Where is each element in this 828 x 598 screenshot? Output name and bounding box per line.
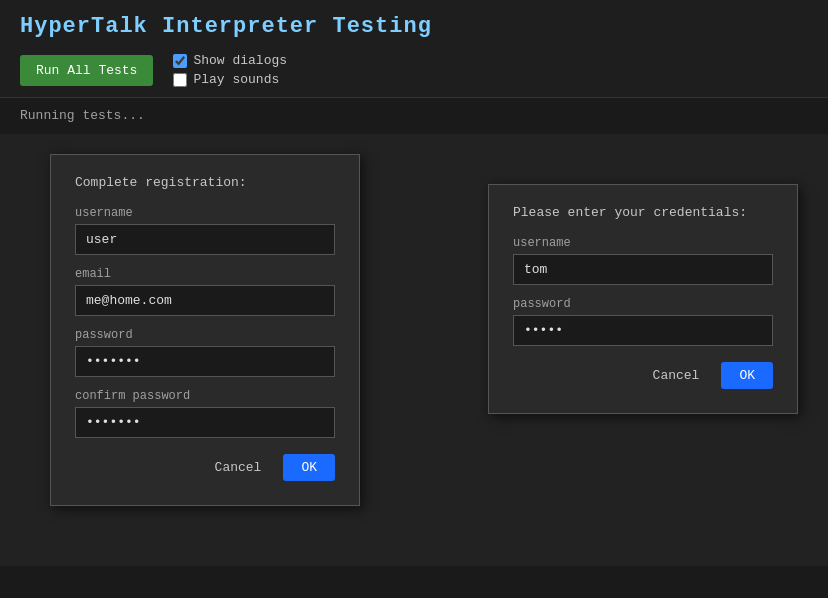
top-bar: HyperTalk Interpreter Testing Run All Te…	[0, 0, 828, 98]
email-input[interactable]	[75, 285, 335, 316]
credentials-dialog-buttons: Cancel OK	[513, 362, 773, 389]
show-dialogs-label[interactable]: Show dialogs	[173, 53, 287, 68]
cred-username-field-group: username	[513, 236, 773, 285]
status-bar: Running tests...	[0, 98, 828, 134]
registration-dialog-buttons: Cancel OK	[75, 454, 335, 481]
registration-cancel-button[interactable]: Cancel	[203, 454, 274, 481]
app-title: HyperTalk Interpreter Testing	[20, 14, 808, 39]
confirm-password-field-group: confirm password	[75, 389, 335, 438]
email-field-group: email	[75, 267, 335, 316]
password-label: password	[75, 328, 335, 342]
confirm-password-input[interactable]	[75, 407, 335, 438]
cred-username-input[interactable]	[513, 254, 773, 285]
checkbox-group: Show dialogs Play sounds	[173, 53, 287, 87]
username-label: username	[75, 206, 335, 220]
registration-dialog-title: Complete registration:	[75, 175, 335, 190]
registration-ok-button[interactable]: OK	[283, 454, 335, 481]
username-input[interactable]	[75, 224, 335, 255]
registration-dialog: Complete registration: username email pa…	[50, 154, 360, 506]
username-field-group: username	[75, 206, 335, 255]
cred-password-label: password	[513, 297, 773, 311]
credentials-dialog-title: Please enter your credentials:	[513, 205, 773, 220]
credentials-dialog: Please enter your credentials: username …	[488, 184, 798, 414]
play-sounds-checkbox[interactable]	[173, 73, 187, 87]
password-field-group: password	[75, 328, 335, 377]
email-label: email	[75, 267, 335, 281]
run-all-tests-button[interactable]: Run All Tests	[20, 55, 153, 86]
password-input[interactable]	[75, 346, 335, 377]
play-sounds-text: Play sounds	[193, 72, 279, 87]
toolbar: Run All Tests Show dialogs Play sounds	[20, 53, 808, 87]
confirm-password-label: confirm password	[75, 389, 335, 403]
dialogs-area: Complete registration: username email pa…	[0, 134, 828, 566]
credentials-cancel-button[interactable]: Cancel	[641, 362, 712, 389]
credentials-ok-button[interactable]: OK	[721, 362, 773, 389]
cred-password-field-group: password	[513, 297, 773, 346]
cred-username-label: username	[513, 236, 773, 250]
status-text: Running tests...	[20, 108, 145, 123]
show-dialogs-checkbox[interactable]	[173, 54, 187, 68]
cred-password-input[interactable]	[513, 315, 773, 346]
show-dialogs-text: Show dialogs	[193, 53, 287, 68]
play-sounds-label[interactable]: Play sounds	[173, 72, 287, 87]
